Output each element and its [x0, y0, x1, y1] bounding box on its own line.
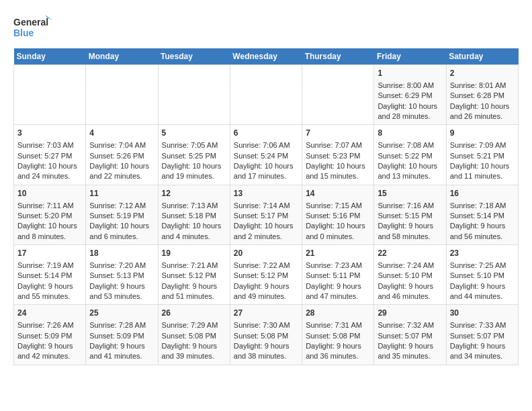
day-number: 2 [450, 68, 515, 79]
day-detail: Sunset: 5:08 PM [306, 331, 370, 341]
calendar-cell: 7Sunrise: 7:07 AMSunset: 5:23 PMDaylight… [302, 125, 374, 185]
day-detail: Sunrise: 8:00 AM [378, 81, 442, 91]
calendar-header: SundayMondayTuesdayWednesdayThursdayFrid… [14, 48, 519, 65]
day-detail: Sunset: 6:28 PM [450, 91, 515, 101]
day-number: 25 [89, 308, 154, 319]
day-number: 19 [162, 248, 226, 259]
day-detail: Daylight: 10 hours and 17 minutes. [234, 161, 298, 182]
day-detail: Sunrise: 7:15 AM [306, 201, 370, 211]
day-detail: Sunrise: 7:26 AM [17, 320, 82, 330]
day-number: 15 [378, 188, 442, 199]
day-number: 24 [17, 308, 82, 319]
calendar-cell: 30Sunrise: 7:33 AMSunset: 5:07 PMDayligh… [446, 305, 518, 365]
day-detail: Sunset: 5:14 PM [17, 271, 82, 281]
day-number: 29 [378, 308, 442, 319]
calendar-cell: 9Sunrise: 7:09 AMSunset: 5:21 PMDaylight… [446, 125, 518, 185]
day-number: 20 [234, 248, 298, 259]
day-detail: Daylight: 9 hours and 56 minutes. [450, 221, 515, 242]
day-number: 5 [162, 128, 226, 139]
calendar-cell: 4Sunrise: 7:04 AMSunset: 5:26 PMDaylight… [86, 125, 158, 185]
svg-text:General: General [13, 17, 48, 28]
day-number: 14 [306, 188, 370, 199]
day-detail: Daylight: 9 hours and 49 minutes. [234, 281, 298, 302]
day-detail: Sunset: 5:24 PM [234, 151, 298, 161]
calendar-cell [158, 65, 230, 125]
day-detail: Sunset: 5:09 PM [89, 331, 154, 341]
day-detail: Sunrise: 7:31 AM [306, 320, 370, 330]
calendar-cell: 14Sunrise: 7:15 AMSunset: 5:16 PMDayligh… [302, 185, 374, 244]
day-detail: Sunrise: 7:18 AM [450, 201, 515, 211]
calendar-cell: 3Sunrise: 7:03 AMSunset: 5:27 PMDaylight… [14, 125, 86, 185]
header-row: SundayMondayTuesdayWednesdayThursdayFrid… [14, 48, 519, 65]
day-number: 11 [89, 188, 154, 199]
calendar-cell [86, 65, 158, 125]
day-detail: Sunrise: 7:19 AM [17, 261, 82, 271]
day-detail: Sunrise: 7:33 AM [450, 320, 515, 330]
day-number: 26 [162, 308, 226, 319]
day-detail: Sunrise: 7:22 AM [234, 261, 298, 271]
day-detail: Daylight: 9 hours and 44 minutes. [450, 281, 515, 302]
day-detail: Sunset: 5:16 PM [306, 211, 370, 221]
day-detail: Sunset: 5:07 PM [378, 331, 442, 341]
calendar-week-row: 1Sunrise: 8:00 AMSunset: 6:29 PMDaylight… [14, 65, 519, 125]
calendar-week-row: 24Sunrise: 7:26 AMSunset: 5:09 PMDayligh… [14, 305, 519, 365]
day-detail: Daylight: 9 hours and 51 minutes. [162, 281, 226, 302]
calendar-cell: 19Sunrise: 7:21 AMSunset: 5:12 PMDayligh… [158, 245, 230, 305]
day-detail: Daylight: 10 hours and 11 minutes. [450, 161, 515, 182]
day-number: 18 [89, 248, 154, 259]
day-detail: Daylight: 9 hours and 41 minutes. [89, 341, 154, 362]
day-detail: Daylight: 10 hours and 15 minutes. [306, 161, 370, 182]
day-detail: Daylight: 10 hours and 4 minutes. [162, 221, 226, 242]
day-number: 16 [450, 188, 515, 199]
day-detail: Daylight: 9 hours and 53 minutes. [89, 281, 154, 302]
day-detail: Sunset: 5:17 PM [234, 211, 298, 221]
day-detail: Daylight: 9 hours and 38 minutes. [234, 341, 298, 362]
svg-text:Blue: Blue [13, 28, 34, 38]
day-detail: Sunrise: 7:29 AM [162, 320, 226, 330]
day-detail: Daylight: 9 hours and 35 minutes. [378, 341, 442, 362]
day-number: 22 [378, 248, 442, 259]
day-detail: Daylight: 10 hours and 26 minutes. [450, 101, 515, 122]
day-detail: Sunset: 6:29 PM [378, 91, 442, 101]
weekday-header: Monday [86, 48, 158, 65]
day-detail: Sunrise: 8:01 AM [450, 81, 515, 91]
day-detail: Sunrise: 7:23 AM [306, 261, 370, 271]
day-detail: Sunset: 5:21 PM [450, 151, 515, 161]
day-detail: Sunrise: 7:24 AM [378, 261, 442, 271]
calendar-cell: 11Sunrise: 7:12 AMSunset: 5:19 PMDayligh… [86, 185, 158, 244]
day-detail: Sunrise: 7:16 AM [378, 201, 442, 211]
calendar-cell: 8Sunrise: 7:08 AMSunset: 5:22 PMDaylight… [374, 125, 446, 185]
calendar-cell: 15Sunrise: 7:16 AMSunset: 5:15 PMDayligh… [374, 185, 446, 244]
day-detail: Daylight: 10 hours and 0 minutes. [306, 221, 370, 242]
day-detail: Daylight: 9 hours and 42 minutes. [17, 341, 82, 362]
day-detail: Sunset: 5:25 PM [162, 151, 226, 161]
day-detail: Daylight: 9 hours and 46 minutes. [378, 281, 442, 302]
day-detail: Daylight: 10 hours and 24 minutes. [17, 161, 82, 182]
day-detail: Sunrise: 7:25 AM [450, 261, 515, 271]
day-detail: Daylight: 10 hours and 8 minutes. [17, 221, 82, 242]
calendar-cell: 26Sunrise: 7:29 AMSunset: 5:08 PMDayligh… [158, 305, 230, 365]
day-detail: Daylight: 10 hours and 19 minutes. [162, 161, 226, 182]
day-detail: Sunset: 5:14 PM [450, 211, 515, 221]
calendar-cell: 25Sunrise: 7:28 AMSunset: 5:09 PMDayligh… [86, 305, 158, 365]
day-detail: Sunrise: 7:14 AM [234, 201, 298, 211]
calendar-cell: 21Sunrise: 7:23 AMSunset: 5:11 PMDayligh… [302, 245, 374, 305]
day-detail: Sunset: 5:15 PM [378, 211, 442, 221]
day-number: 10 [17, 188, 82, 199]
day-detail: Sunrise: 7:11 AM [17, 201, 82, 211]
weekday-header: Sunday [14, 48, 86, 65]
day-detail: Sunset: 5:08 PM [234, 331, 298, 341]
calendar-cell: 20Sunrise: 7:22 AMSunset: 5:12 PMDayligh… [230, 245, 302, 305]
calendar-cell [230, 65, 302, 125]
day-detail: Sunrise: 7:08 AM [378, 140, 442, 150]
day-number: 9 [450, 128, 515, 139]
logo: GeneralBlue [13, 13, 54, 42]
day-detail: Sunset: 5:07 PM [450, 331, 515, 341]
day-detail: Sunset: 5:12 PM [162, 271, 226, 281]
day-number: 1 [378, 68, 442, 79]
day-detail: Daylight: 9 hours and 58 minutes. [378, 221, 442, 242]
day-detail: Sunset: 5:27 PM [17, 151, 82, 161]
day-number: 28 [306, 308, 370, 319]
calendar-cell [14, 65, 86, 125]
calendar-week-row: 3Sunrise: 7:03 AMSunset: 5:27 PMDaylight… [14, 125, 519, 185]
